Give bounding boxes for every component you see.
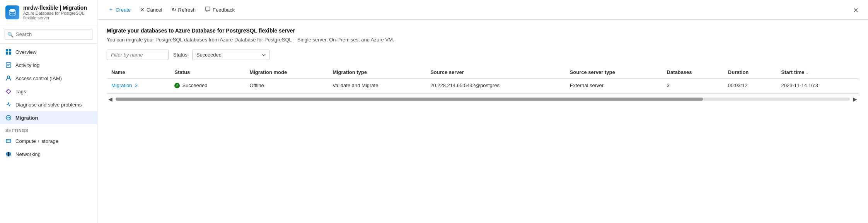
svg-point-13	[10, 140, 10, 141]
settings-section-label: Settings	[0, 124, 97, 134]
scroll-right-arrow[interactable]: ▶	[851, 95, 859, 103]
create-icon: ＋	[108, 6, 114, 13]
cell-source-server-type: External server	[565, 79, 662, 93]
sidebar-item-activity-log[interactable]: Activity log	[0, 58, 97, 72]
sidebar-item-tags-label: Tags	[15, 89, 26, 94]
tags-icon	[5, 88, 12, 94]
create-label: Create	[116, 7, 131, 13]
cancel-icon: ✕	[140, 7, 145, 13]
sidebar-item-diagnose-label: Diagnose and solve problems	[15, 102, 82, 108]
sidebar-nav: Overview Activity log Access control (IA…	[0, 44, 97, 223]
table-header-row: Name Status Migration mode Migration typ…	[107, 66, 859, 79]
sidebar: mrdw-flexible | Migration Azure Database…	[0, 0, 97, 223]
svg-rect-5	[6, 63, 11, 67]
sidebar-search-section: 🔍	[0, 25, 97, 44]
feedback-icon	[205, 6, 211, 13]
cell-migration-type: Validate and Migrate	[328, 79, 426, 93]
col-name: Name	[107, 66, 170, 79]
sidebar-item-compute-storage-label: Compute + storage	[15, 138, 58, 144]
cell-source-server: 20.228.214.65:5432@postgres	[426, 79, 565, 93]
content-area: Migrate your databases to Azure Database…	[97, 20, 868, 223]
sidebar-item-overview-label: Overview	[15, 49, 36, 55]
networking-icon	[5, 151, 12, 157]
cancel-label: Cancel	[147, 7, 162, 13]
cell-name: Migration_3	[107, 79, 170, 93]
sidebar-item-diagnose[interactable]: Diagnose and solve problems	[0, 98, 97, 111]
cell-migration-mode: Offline	[245, 79, 328, 93]
table-row: Migration_3 Succeeded Offline Validate a…	[107, 79, 859, 93]
migration-table-wrapper: Name Status Migration mode Migration typ…	[107, 66, 859, 215]
svg-point-0	[9, 9, 15, 12]
cell-databases: 3	[662, 79, 723, 93]
refresh-label: Refresh	[178, 7, 196, 13]
svg-rect-3	[6, 52, 8, 55]
cell-start-time: 2023-11-14 16:3	[777, 79, 859, 93]
status-select-wrapper: Succeeded All Failed InProgress WaitingF…	[192, 50, 269, 60]
refresh-icon: ↻	[172, 7, 176, 13]
page-description: You can migrate your PostgreSQL database…	[107, 37, 859, 43]
sidebar-item-access-control-label: Access control (IAM)	[15, 75, 62, 81]
cancel-button[interactable]: ✕ Cancel	[136, 4, 166, 15]
status-filter-label: Status	[173, 52, 188, 58]
col-migration-type: Migration type	[328, 66, 426, 79]
svg-point-8	[7, 76, 10, 78]
main-container: ✕ ＋ Create ✕ Cancel ↻ Refresh Feedback	[97, 0, 868, 223]
col-source-server-type: Source server type	[565, 66, 662, 79]
col-status: Status	[170, 66, 245, 79]
search-icon: 🔍	[7, 31, 14, 37]
sidebar-item-compute-storage[interactable]: Compute + storage	[0, 134, 97, 148]
diagnose-icon	[5, 101, 12, 108]
compute-storage-icon	[5, 138, 12, 144]
scroll-track[interactable]	[116, 98, 850, 101]
col-databases: Databases	[662, 66, 723, 79]
status-succeeded-icon	[174, 83, 180, 88]
feedback-button[interactable]: Feedback	[201, 4, 239, 15]
sidebar-item-overview[interactable]: Overview	[0, 45, 97, 58]
app-icon	[5, 5, 19, 19]
page-title: Migrate your databases to Azure Database…	[107, 27, 859, 34]
app-title: mrdw-flexible | Migration	[23, 5, 92, 11]
sidebar-item-activity-log-label: Activity log	[15, 62, 39, 68]
col-migration-mode: Migration mode	[245, 66, 328, 79]
col-source-server: Source server	[426, 66, 565, 79]
sidebar-item-migration-label: Migration	[15, 115, 38, 121]
svg-point-9	[7, 90, 8, 91]
svg-rect-1	[6, 49, 8, 51]
sidebar-item-access-control[interactable]: Access control (IAM)	[0, 72, 97, 85]
col-start-time: Start time ↓	[777, 66, 859, 79]
status-select[interactable]: Succeeded All Failed InProgress WaitingF…	[192, 50, 269, 60]
refresh-button[interactable]: ↻ Refresh	[168, 4, 200, 15]
sidebar-item-networking[interactable]: Networking	[0, 148, 97, 161]
migration-name-link[interactable]: Migration_3	[111, 82, 138, 88]
sidebar-item-migration[interactable]: Migration	[0, 111, 97, 124]
scroll-left-arrow[interactable]: ◀	[107, 95, 114, 103]
cell-duration: 00:03:12	[723, 79, 777, 93]
feedback-label: Feedback	[213, 7, 235, 13]
table-body: Migration_3 Succeeded Offline Validate a…	[107, 79, 859, 93]
filter-by-name-input[interactable]	[107, 50, 169, 60]
search-input[interactable]	[5, 29, 92, 39]
sidebar-item-networking-label: Networking	[15, 151, 41, 157]
close-button[interactable]: ✕	[850, 5, 862, 16]
svg-point-14	[10, 141, 10, 142]
scroll-thumb	[116, 98, 703, 101]
cell-status: Succeeded	[170, 79, 245, 93]
sidebar-header: mrdw-flexible | Migration Azure Database…	[0, 0, 97, 25]
activity-log-icon	[5, 62, 12, 68]
svg-rect-4	[9, 52, 11, 55]
overview-icon	[5, 49, 12, 55]
create-button[interactable]: ＋ Create	[104, 4, 135, 15]
migration-icon	[5, 115, 12, 121]
sidebar-item-tags[interactable]: Tags	[0, 85, 97, 98]
app-subtitle: Azure Database for PostgreSQL flexible s…	[23, 11, 92, 20]
access-control-icon	[5, 75, 12, 81]
svg-rect-2	[9, 49, 11, 51]
main-content: ＋ Create ✕ Cancel ↻ Refresh Feedback Mig…	[97, 0, 868, 223]
sidebar-title-block: mrdw-flexible | Migration Azure Database…	[23, 5, 92, 20]
col-duration: Duration	[723, 66, 777, 79]
horizontal-scrollbar: ◀ ▶	[107, 93, 859, 105]
status-value: Succeeded	[182, 82, 207, 88]
migration-table: Name Status Migration mode Migration typ…	[107, 66, 859, 93]
filter-row: Status Succeeded All Failed InProgress W…	[107, 50, 859, 60]
toolbar: ＋ Create ✕ Cancel ↻ Refresh Feedback	[97, 0, 868, 20]
